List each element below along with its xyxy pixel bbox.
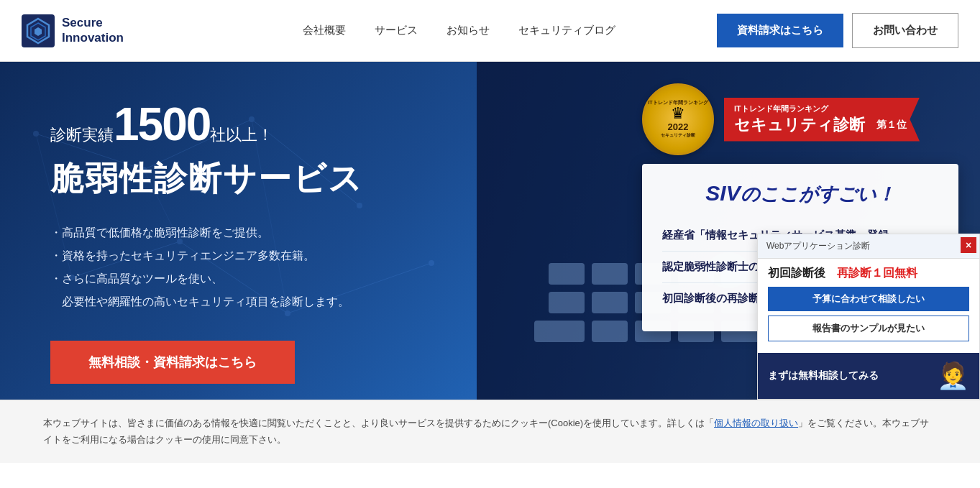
svg-rect-31 (592, 321, 628, 342)
popup-btn-sample[interactable]: 報告書のサンプルが見たい (768, 316, 969, 341)
ranking-badge-row: ITトレンド年間ランキング ♛ 2022 セキュリティ診断 ITトレンド年間ラン… (642, 83, 958, 155)
popup-header: Webアプリケーション診断 (758, 234, 979, 259)
svg-rect-23 (592, 292, 628, 313)
popup-close-button[interactable]: × (961, 237, 976, 253)
popup-widget: × Webアプリケーション診断 初回診断後 再診断１回無料 予算に合わせて相談し… (757, 234, 980, 400)
badge-year: 2022 (668, 121, 689, 132)
logo-icon (22, 14, 55, 47)
contact-button[interactable]: お問い合わせ (852, 13, 958, 48)
svg-rect-36 (592, 263, 628, 285)
ranking-position: 第１位 (876, 119, 907, 132)
hero-subtitle: 診断実績1500社以上！ (50, 98, 431, 151)
popup-body: 初回診断後 再診断１回無料 予算に合わせて相談したい 報告書のサンプルが見たい (758, 259, 979, 353)
header-buttons: 資料請求はこちら お問い合わせ (717, 13, 958, 48)
hero-cta-button[interactable]: 無料相談・資料請求はこちら (50, 341, 295, 384)
badge-bottom-text: セキュリティ診断 (661, 132, 695, 139)
hero-title: 脆弱性診断サービス (50, 157, 431, 201)
main-nav: 会社概要 サービス お知らせ セキュリティブログ (201, 24, 717, 37)
badge-crown-icon: ♛ (671, 106, 685, 121)
svg-rect-22 (549, 292, 585, 313)
siv-card-title: SIVのここがすごい！ (662, 181, 938, 207)
ranking-label: ITトレンド年間ランキング セキュリティ診断 第１位 (724, 98, 920, 142)
hero-bullets: ・高品質で低価格な脆弱性診断をご提供。 ・資格を持ったセキュリティエンジニア多数… (50, 221, 431, 313)
nav-news[interactable]: お知らせ (447, 24, 490, 37)
cookie-text-before: 本ウェブサイトは、皆さまに価値のある情報を快適に閲覧いただくことと、より良いサー… (43, 418, 714, 428)
ranking-label-small: ITトレンド年間ランキング (734, 103, 907, 114)
popup-main-text: 初回診断後 再診断１回無料 (768, 266, 969, 281)
nav-service[interactable]: サービス (375, 24, 418, 37)
hero-section: 診断実績1500社以上！ 脆弱性診断サービス ・高品質で低価格な脆弱性診断をご提… (0, 62, 980, 400)
hero-left-content: 診断実績1500社以上！ 脆弱性診断サービス ・高品質で低価格な脆弱性診断をご提… (0, 62, 467, 400)
svg-rect-30 (534, 321, 585, 342)
popup-btn-consult[interactable]: 予算に合わせて相談したい (768, 287, 969, 311)
nav-blog[interactable]: セキュリティブログ (518, 24, 615, 37)
request-docs-button[interactable]: 資料請求はこちら (717, 14, 843, 47)
popup-person-icon: 🧑‍💼 (937, 363, 969, 389)
logo-text: Secure Innovation (62, 16, 124, 45)
svg-rect-35 (549, 263, 585, 285)
logo-area[interactable]: Secure Innovation (22, 14, 173, 47)
popup-footer[interactable]: まずは無料相談してみる 🧑‍💼 (758, 353, 979, 399)
ranking-badge: ITトレンド年間ランキング ♛ 2022 セキュリティ診断 (642, 83, 714, 155)
cookie-banner: 本ウェブサイトは、皆さまに価値のある情報を快適に閲覧いただくことと、より良いサー… (0, 400, 980, 463)
ranking-category: セキュリティ診断 (734, 114, 865, 136)
header: Secure Innovation 会社概要 サービス お知らせ セキュリティブ… (0, 0, 980, 62)
ranking-label-main: セキュリティ診断 第１位 (734, 114, 907, 136)
nav-about[interactable]: 会社概要 (303, 24, 346, 37)
cookie-privacy-link[interactable]: 個人情報の取り扱い (714, 418, 798, 428)
popup-footer-cta: まずは無料相談してみる (768, 369, 879, 382)
